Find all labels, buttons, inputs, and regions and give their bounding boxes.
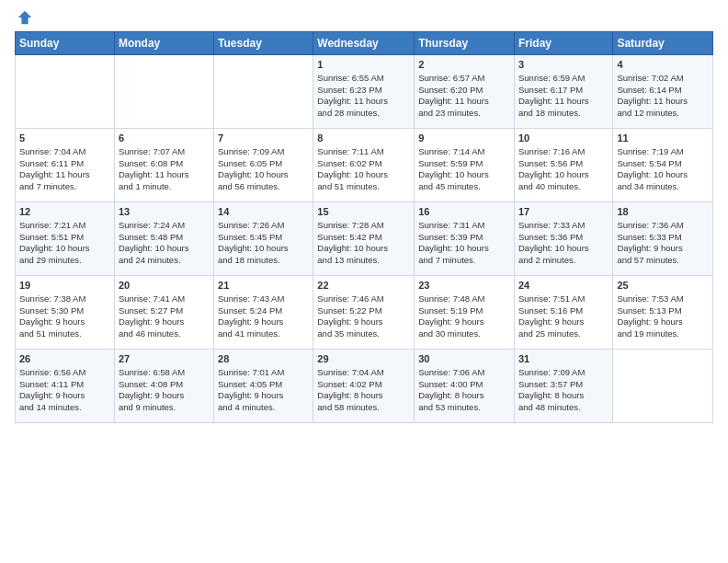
day-info: Daylight: 10 hours [317,169,410,181]
day-info: Sunrise: 7:38 AM [19,293,110,305]
day-info: Sunset: 4:05 PM [218,379,309,391]
day-info: Sunset: 5:16 PM [518,305,609,317]
day-info: Sunset: 5:54 PM [617,158,709,170]
day-info: and 51 minutes. [19,328,110,340]
day-info: and 48 minutes. [518,402,609,414]
week-row-4: 19Sunrise: 7:38 AMSunset: 5:30 PMDayligh… [16,276,713,350]
calendar-cell: 15Sunrise: 7:28 AMSunset: 5:42 PMDayligh… [313,202,415,276]
day-info: and 34 minutes. [617,181,709,193]
day-header-monday: Monday [114,32,213,55]
svg-marker-0 [18,11,31,24]
calendar-cell: 16Sunrise: 7:31 AMSunset: 5:39 PMDayligh… [415,202,515,276]
day-header-friday: Friday [514,32,612,55]
day-number: 4 [617,58,709,72]
day-number: 28 [218,352,309,366]
day-info: Sunset: 5:48 PM [119,232,210,244]
day-info: Sunrise: 7:01 AM [218,367,309,379]
day-info: and 45 minutes. [418,181,510,193]
week-row-2: 5Sunrise: 7:04 AMSunset: 6:11 PMDaylight… [16,129,713,202]
calendar-cell: 27Sunrise: 6:58 AMSunset: 4:08 PMDayligh… [114,350,213,423]
day-number: 18 [617,205,709,219]
day-number: 29 [317,352,410,366]
day-info: and 51 minutes. [317,181,410,193]
day-info: Sunset: 5:42 PM [317,232,410,244]
day-info: Sunrise: 7:31 AM [418,220,510,232]
day-info: Sunset: 5:33 PM [617,232,709,244]
day-header-wednesday: Wednesday [313,32,415,55]
day-info: Sunset: 6:20 PM [418,85,510,97]
day-info: Daylight: 9 hours [518,316,609,328]
calendar-cell: 23Sunrise: 7:48 AMSunset: 5:19 PMDayligh… [415,276,515,350]
day-info: Daylight: 11 hours [418,96,510,108]
calendar-cell: 30Sunrise: 7:06 AMSunset: 4:00 PMDayligh… [415,350,515,423]
calendar-cell: 24Sunrise: 7:51 AMSunset: 5:16 PMDayligh… [514,276,612,350]
day-info: Sunset: 5:24 PM [218,305,309,317]
day-number: 22 [317,279,410,293]
day-header-tuesday: Tuesday [214,32,313,55]
calendar-cell: 25Sunrise: 7:53 AMSunset: 5:13 PMDayligh… [613,276,713,350]
day-info: Daylight: 10 hours [317,243,410,255]
calendar-body: 1Sunrise: 6:55 AMSunset: 6:23 PMDaylight… [16,55,713,423]
day-number: 23 [418,279,510,293]
day-info: Daylight: 11 hours [19,169,110,181]
calendar-cell: 21Sunrise: 7:43 AMSunset: 5:24 PMDayligh… [214,276,313,350]
calendar-cell [214,55,313,129]
calendar-cell: 18Sunrise: 7:36 AMSunset: 5:33 PMDayligh… [613,202,713,276]
day-info: Sunset: 6:05 PM [218,158,309,170]
day-info: Sunset: 5:27 PM [119,305,210,317]
day-info: Daylight: 10 hours [617,169,709,181]
day-number: 24 [518,279,609,293]
day-number: 26 [19,352,110,366]
day-info: and 7 minutes. [418,255,510,267]
day-info: Sunrise: 7:46 AM [317,293,410,305]
calendar-cell [16,55,115,129]
day-info: Sunrise: 6:57 AM [418,73,510,85]
day-info: Sunset: 5:56 PM [518,158,609,170]
day-info: Sunset: 6:02 PM [317,158,410,170]
day-number: 2 [418,58,510,72]
day-info: Sunrise: 7:28 AM [317,220,410,232]
day-info: Sunset: 5:19 PM [418,305,510,317]
day-info: Sunrise: 7:09 AM [218,146,309,158]
calendar-table: SundayMondayTuesdayWednesdayThursdayFrid… [15,31,713,423]
day-info: and 18 minutes. [218,255,309,267]
day-info: Sunset: 5:59 PM [418,158,510,170]
day-number: 7 [218,132,309,145]
day-info: and 23 minutes. [418,108,510,120]
calendar-cell: 11Sunrise: 7:19 AMSunset: 5:54 PMDayligh… [613,129,713,202]
day-info: Sunrise: 7:11 AM [317,146,410,158]
day-info: and 41 minutes. [218,328,309,340]
days-header-row: SundayMondayTuesdayWednesdayThursdayFrid… [16,32,713,55]
day-info: and 30 minutes. [418,328,510,340]
day-info: and 58 minutes. [317,402,410,414]
calendar-cell: 20Sunrise: 7:41 AMSunset: 5:27 PMDayligh… [114,276,213,350]
day-number: 11 [617,132,709,145]
calendar-cell: 31Sunrise: 7:09 AMSunset: 3:57 PMDayligh… [514,350,612,423]
day-info: Daylight: 10 hours [119,243,210,255]
calendar-cell: 6Sunrise: 7:07 AMSunset: 6:08 PMDaylight… [114,129,213,202]
day-number: 31 [518,352,609,366]
day-info: Sunset: 5:13 PM [617,305,709,317]
day-info: Daylight: 11 hours [317,96,410,108]
day-info: Sunrise: 7:02 AM [617,73,709,85]
day-info: and 29 minutes. [19,255,110,267]
calendar-cell: 12Sunrise: 7:21 AMSunset: 5:51 PMDayligh… [16,202,115,276]
day-info: Sunrise: 7:04 AM [317,367,410,379]
day-info: Sunset: 6:23 PM [317,85,410,97]
calendar-cell: 22Sunrise: 7:46 AMSunset: 5:22 PMDayligh… [313,276,415,350]
day-number: 25 [617,279,709,293]
day-info: Daylight: 9 hours [617,243,709,255]
day-info: Sunset: 5:30 PM [19,305,110,317]
day-number: 14 [218,205,309,219]
day-info: and 7 minutes. [19,181,110,193]
day-header-sunday: Sunday [16,32,115,55]
day-info: Sunrise: 7:19 AM [617,146,709,158]
day-info: Daylight: 11 hours [617,96,709,108]
calendar-container: SundayMondayTuesdayWednesdayThursdayFrid… [0,0,728,431]
logo-icon [17,9,33,26]
day-number: 19 [19,279,110,293]
calendar-cell: 29Sunrise: 7:04 AMSunset: 4:02 PMDayligh… [313,350,415,423]
day-info: Sunset: 6:17 PM [518,85,609,97]
day-info: Sunrise: 7:33 AM [518,220,609,232]
day-info: Sunrise: 7:26 AM [218,220,309,232]
